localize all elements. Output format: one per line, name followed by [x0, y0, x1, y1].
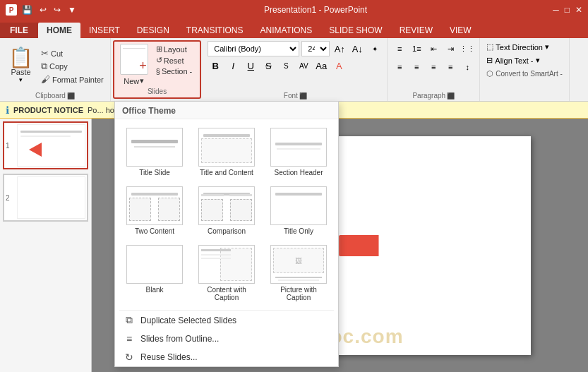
tab-transitions[interactable]: TRANSITIONS — [178, 23, 252, 38]
bold-button[interactable]: B — [208, 58, 223, 73]
tab-design[interactable]: DESIGN — [128, 23, 178, 38]
font-color-btn[interactable]: A — [331, 58, 347, 73]
section-button[interactable]: § Section - — [154, 66, 195, 76]
font-case-btn[interactable]: Aa — [313, 58, 329, 73]
layout-label-title-only: Title Only — [284, 227, 313, 235]
decrease-indent-btn[interactable]: ⇤ — [426, 41, 441, 56]
paste-button[interactable]: 📋 Paste ▾ — [4, 47, 37, 85]
layout-thumb-title-slide — [126, 128, 183, 167]
tab-slideshow[interactable]: SLIDE SHOW — [320, 23, 390, 38]
layout-thumb-blank — [126, 245, 183, 284]
layout-title-content[interactable]: Title and Content — [193, 125, 260, 179]
new-slide-dropdown[interactable]: Office Theme Title Slide Title and Conte… — [114, 101, 339, 367]
font-increase-btn[interactable]: A↑ — [332, 41, 347, 56]
format-painter-button[interactable]: 🖌 Format Painter — [39, 73, 106, 85]
para-content: ≡ 1≡ ⇤ ⇥ ⋮⋮ ≡ ≡ ≡ ≡ ↕ — [392, 41, 475, 90]
font-expand[interactable]: ⬛ — [299, 92, 307, 100]
para-row-2: ≡ ≡ ≡ ≡ ↕ — [392, 59, 475, 75]
redo-btn[interactable]: ↪ — [52, 4, 63, 16]
numbering-btn[interactable]: 1≡ — [409, 41, 424, 56]
clear-format-btn[interactable]: ✦ — [367, 41, 383, 56]
para-expand[interactable]: ⬛ — [447, 92, 455, 100]
save-btn[interactable]: 💾 — [20, 4, 35, 16]
layout-label-title-content: Title and Content — [200, 169, 253, 176]
underline-button[interactable]: U — [243, 58, 258, 73]
layout-two-content[interactable]: Two Content — [121, 184, 188, 238]
layout-content-caption[interactable]: Content with Caption — [193, 242, 260, 304]
paste-label: Paste — [11, 68, 30, 76]
layout-thumb-picture-caption: 🖼 — [270, 245, 327, 284]
tab-file[interactable]: FILE — [0, 23, 38, 38]
font-decrease-btn[interactable]: A↓ — [349, 41, 365, 56]
copy-button[interactable]: ⧉ Copy — [39, 60, 106, 73]
slide-num-1: 1 — [6, 142, 14, 150]
layout-title-only[interactable]: Title Only — [265, 184, 332, 238]
new-slide-content: + New ▾ ⊞ Layout ↺ Reset § Section — [120, 44, 195, 86]
layout-thumb-title-content — [198, 128, 255, 167]
tab-view[interactable]: VIEW — [441, 23, 480, 38]
font-spacing-btn[interactable]: AV — [296, 58, 311, 73]
product-notice-label: PRODUCT NOTICE — [13, 106, 83, 114]
layout-icon: ⊞ — [156, 44, 162, 54]
reuse-icon: ↻ — [124, 352, 135, 363]
slide-preview-1 — [17, 124, 85, 167]
layout-button[interactable]: ⊞ Layout — [154, 44, 195, 54]
tab-home[interactable]: HOME — [38, 23, 80, 38]
layout-picture-caption[interactable]: 🖼 Picture with Caption — [265, 242, 332, 304]
slide-thumb-2[interactable]: 2 — [3, 174, 88, 222]
title-bar: P 💾 ↩ ↪ ▼ Presentation1 - PowerPoint ─ □… — [0, 0, 588, 20]
convert-smartart-button[interactable]: ⬡ Convert to SmartArt - — [484, 68, 564, 80]
ribbon: 📋 Paste ▾ ✂ Cut ⧉ Copy 🖌 Format Painter — [0, 38, 588, 102]
slide-thumb-1[interactable]: 1 — [3, 121, 88, 169]
duplicate-slides-item[interactable]: ⧉ Duplicate Selected Slides — [115, 311, 338, 330]
layout-label-section-header: Section Header — [275, 169, 323, 176]
font-row-2: B I U S S AV Aa A — [208, 58, 347, 73]
shadow-btn[interactable]: S — [278, 58, 294, 73]
tab-animations[interactable]: ANIMATIONS — [251, 23, 320, 38]
line-spacing-btn[interactable]: ↕ — [460, 59, 475, 75]
maximize-btn[interactable]: □ — [565, 5, 570, 15]
layout-comparison[interactable]: Comparison — [193, 184, 260, 238]
columns-btn[interactable]: ⋮⋮ — [460, 41, 475, 56]
ribbon-tabs: FILE HOME INSERT DESIGN TRANSITIONS ANIM… — [0, 20, 588, 38]
undo-btn[interactable]: ↩ — [37, 4, 49, 16]
close-btn[interactable]: ✕ — [575, 5, 582, 15]
customize-btn[interactable]: ▼ — [66, 4, 78, 16]
app-icon: P — [6, 4, 17, 16]
cut-button[interactable]: ✂ Cut — [39, 47, 106, 59]
layout-blank[interactable]: Blank — [121, 242, 188, 304]
bullets-btn[interactable]: ≡ — [392, 41, 407, 56]
outline-icon: ≡ — [124, 333, 135, 344]
new-slide-button[interactable]: + New ▾ — [120, 44, 148, 85]
justify-btn[interactable]: ≡ — [443, 59, 458, 75]
tab-insert[interactable]: INSERT — [80, 23, 128, 38]
tab-review[interactable]: REVIEW — [391, 23, 441, 38]
clipboard-expand[interactable]: ⬛ — [67, 92, 75, 100]
italic-button[interactable]: I — [225, 58, 241, 73]
text-direction-button[interactable]: ⬚ Text Direction ▾ — [484, 41, 551, 53]
font-size-select[interactable]: 24 — [301, 41, 330, 56]
slides-sub-buttons: ⊞ Layout ↺ Reset § Section - — [154, 44, 195, 76]
strikethrough-button[interactable]: S — [260, 58, 276, 73]
increase-indent-btn[interactable]: ⇥ — [443, 41, 458, 56]
layout-thumb-title-only — [270, 186, 327, 225]
layout-section-header[interactable]: Section Header — [265, 125, 332, 179]
reset-button[interactable]: ↺ Reset — [154, 55, 195, 66]
layout-label-blank: Blank — [145, 286, 163, 294]
align-left-btn[interactable]: ≡ — [392, 59, 407, 75]
font-family-select[interactable]: Calibri (Body) — [208, 41, 299, 56]
align-center-btn[interactable]: ≡ — [409, 59, 424, 75]
layout-thumb-content-caption — [198, 245, 255, 284]
layout-label-content-caption: Content with Caption — [196, 286, 258, 301]
paste-arrow: ▾ — [19, 76, 23, 83]
outline-label: Slides from Outline... — [140, 334, 219, 344]
reuse-slides-item[interactable]: ↻ Reuse Slides... — [115, 348, 338, 366]
format-painter-icon: 🖌 — [41, 74, 50, 85]
minimize-btn[interactable]: ─ — [553, 5, 559, 15]
align-right-btn[interactable]: ≡ — [426, 59, 441, 75]
align-text-button[interactable]: ⊟ Align Text - ▾ — [484, 54, 541, 66]
layout-thumb-section-header — [270, 128, 327, 167]
slides-from-outline-item[interactable]: ≡ Slides from Outline... — [115, 330, 338, 348]
layout-title-slide[interactable]: Title Slide — [121, 125, 188, 179]
font-row-1: Calibri (Body) 24 A↑ A↓ ✦ — [208, 41, 383, 56]
